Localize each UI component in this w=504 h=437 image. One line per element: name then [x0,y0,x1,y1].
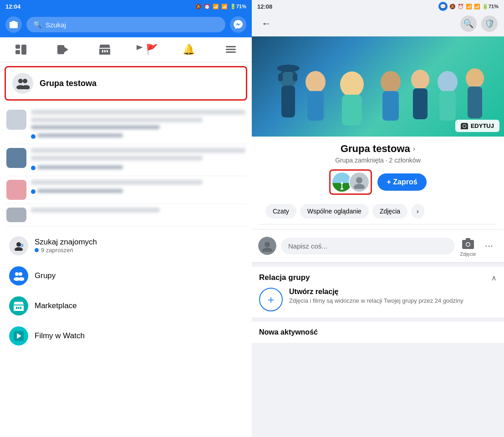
more-tab[interactable]: › [411,204,424,218]
svg-marker-42 [341,182,343,184]
blur-line [31,156,203,161]
svg-point-13 [15,247,23,251]
svg-rect-26 [307,91,324,121]
relacja-content: ＋ Utwórz relację Zdjęcia i filmy są wido… [259,288,497,311]
svg-point-35 [466,68,484,88]
find-friends-label: Szukaj znajomych [35,238,243,247]
tab-wspolne-label: Wspólne oglądanie [307,208,361,215]
group-meta: Grupa zamknięta · 2 członków [259,157,497,164]
tab-menu[interactable] [210,39,252,60]
svg-rect-34 [439,91,456,121]
messenger-button[interactable] [230,16,246,33]
right-top-icons: 🔍 🛡️ [460,15,498,32]
svg-point-39 [463,125,466,127]
photo-icon [459,235,477,252]
signal-icon-right: 📶 [466,4,472,10]
tab-zdjecia-label: Zdjęcia [380,208,400,215]
camera-icon[interactable] [5,16,22,33]
search-bar: 🔍 Szukaj [0,13,252,37]
watch-content: Filmy w Watch [35,331,243,340]
mute-icon: 🔕 [195,4,202,10]
svg-rect-41 [341,188,343,190]
svg-point-43 [356,177,362,183]
member-avatars [329,169,372,195]
status-bar-right: 12:08 💬 🔕 ⏰ 📶 📶 🔋71% [252,0,504,13]
blur-line [31,180,203,185]
svg-point-31 [411,70,429,90]
tab-wspolne[interactable]: Wspólne oglądanie [300,204,369,218]
feed-item-1[interactable] [5,106,247,144]
nowa-aktywnosc-title: Nowa aktywność [259,328,318,336]
status-bar-left: 12:04 🔕 ⏰ 📶 📶 🔋71% [0,0,252,13]
svg-rect-1 [15,50,20,54]
search-icon: 🔍 [33,20,42,29]
feed-item-2[interactable] [5,144,247,176]
wifi-icon: 📶 [221,4,228,10]
create-relacja-button[interactable]: ＋ [259,288,283,311]
search-input[interactable]: 🔍 Szukaj [26,17,225,32]
shield-button[interactable]: 🛡️ [481,15,498,32]
svg-rect-37 [278,74,283,81]
groups-icon [9,266,28,285]
find-friends-content: Szukaj znajomych 9 zaproszeń [35,238,243,254]
svg-rect-32 [413,88,428,119]
menu-item-marketplace[interactable]: Marketplace [5,291,247,321]
menu-item-watch[interactable]: Filmy w Watch [5,321,247,351]
search-button-right[interactable]: 🔍 [460,15,477,32]
status-icons-right: 💬 🔕 ⏰ 📶 📶 🔋71% [438,2,499,11]
chevron-up-icon[interactable]: ∧ [491,274,497,282]
svg-rect-3 [57,45,64,54]
photo-action[interactable]: Zdjęcie [459,235,477,257]
blue-dot [31,134,36,139]
mute-icon-right: 🔕 [449,4,456,10]
nav-tabs: 🚩 🔔 [0,37,252,62]
invite-button[interactable]: + Zaproś [377,173,426,191]
edit-cover-button[interactable]: EDYTUJ [455,120,499,132]
svg-point-12 [16,242,21,247]
tab-marketplace[interactable] [84,39,126,60]
relacja-header: Relacja grupy ∧ [259,273,497,282]
highlighted-group-item[interactable]: Grupa testowa [5,66,247,101]
tab-feed[interactable] [0,39,42,60]
tab-notifications[interactable]: 🔔 [168,39,210,60]
status-icons-left: 🔕 ⏰ 📶 📶 🔋71% [195,4,246,10]
alarm-icon-right: ⏰ [458,4,464,10]
blur-line [31,148,245,153]
feed-avatar-2 [6,148,26,168]
menu-item-groups[interactable]: Grupy [5,261,247,291]
tab-video[interactable] [42,39,84,60]
search-label: Szukaj [46,21,66,29]
divider-3 [252,318,504,318]
notification-dot [35,248,39,252]
relacja-title: Relacja grupy [259,273,310,282]
blur-line [37,189,123,193]
tab-czaty[interactable]: Czaty [265,204,296,218]
wifi-icon-right: 📶 [474,4,480,10]
composer-input[interactable]: Napisz coś... [281,238,455,254]
svg-rect-7 [226,51,236,53]
tab-flags[interactable]: 🚩 [126,39,168,60]
svg-point-16 [15,272,19,276]
svg-point-24 [277,65,300,72]
time-right: 12:08 [257,3,272,10]
composer-avatar [258,237,276,255]
avatar-person [350,173,369,192]
group-name: Grupa testowa [341,143,410,155]
feed-item-3[interactable] [5,176,247,204]
menu-item-find-friends[interactable]: Szukaj znajomych 9 zaproszeń [5,231,247,261]
group-cover: EDYTUJ [252,36,504,137]
svg-point-29 [381,71,401,93]
group-info-section: Grupa testowa › Grupa zamknięta · 2 czło… [252,137,504,229]
group-icon [12,73,33,94]
blur-line [31,110,245,115]
find-friends-sub: 9 zaproszeń [35,247,243,254]
blur-line [31,125,160,129]
more-options-icon[interactable]: ··· [480,237,498,254]
tab-zdjecia[interactable]: Zdjęcia [372,204,407,218]
svg-point-8 [18,79,23,83]
group-highlight-label: Grupa testowa [40,79,97,88]
messenger-notification: 💬 [438,2,448,11]
feed-item-4[interactable] [5,204,247,226]
back-button[interactable]: ← [258,15,275,32]
svg-rect-23 [281,86,295,117]
